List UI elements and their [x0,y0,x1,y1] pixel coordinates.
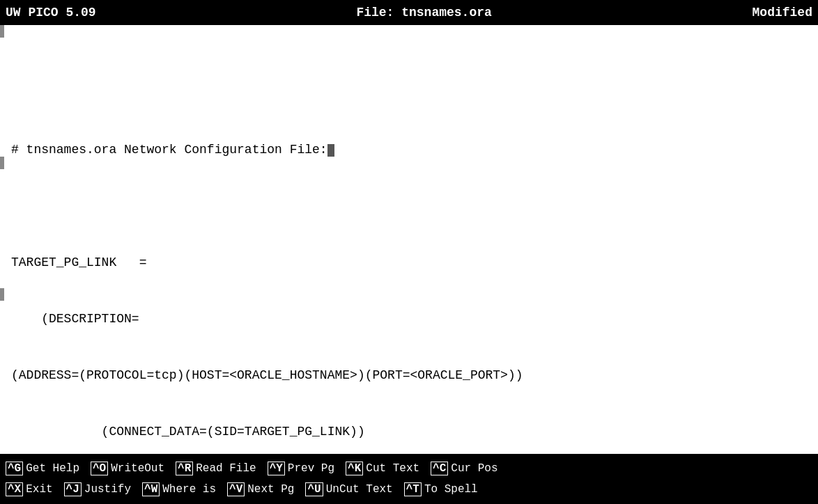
key-get-help: ^G [6,462,23,475]
title-status: Modified [753,6,812,19]
key-cut-text: ^K [346,462,363,475]
editor-line-2 [11,197,812,216]
key-justify: ^J [64,482,82,496]
cmd-prev-pg[interactable]: ^Y Prev Pg [268,462,334,475]
label-read-file: Read File [196,462,256,475]
bottom-bar: ^G Get Help ^O WriteOut ^R Read File ^Y … [0,454,818,504]
label-exit: Exit [26,483,52,496]
title-app-name: UW PICO 5.09 [6,6,96,19]
key-writeout: ^O [91,462,108,475]
key-cur-pos: ^C [431,462,448,475]
cmd-row-2: ^X Exit ^J Justify ^W Where is ^V Next P… [0,482,818,496]
label-writeout: WriteOut [111,462,164,475]
cmd-cur-pos[interactable]: ^C Cur Pos [431,462,497,475]
cmd-get-help[interactable]: ^G Get Help [6,462,79,475]
key-uncut-text: ^U [305,482,323,496]
cmd-justify[interactable]: ^J Justify [64,482,131,496]
editor-content[interactable]: # tnsnames.ora Network Configuration Fil… [6,103,812,454]
editor-line-6: (CONNECT_DATA=(SID=TARGET_PG_LINK)) [11,423,812,441]
cmd-uncut-text[interactable]: ^U UnCut Text [305,482,392,496]
label-next-pg: Next Pg [247,483,294,496]
editor-line-3: TARGET_PG_LINK = [11,253,812,272]
key-exit: ^X [6,482,23,496]
editor-line-5: (ADDRESS=(PROTOCOL=tcp)(HOST=<ORACLE_HOS… [11,366,812,385]
editor-area[interactable]: # tnsnames.ora Network Configuration Fil… [0,25,818,454]
cmd-cut-text[interactable]: ^K Cut Text [346,462,419,475]
cmd-next-pg[interactable]: ^V Next Pg [227,482,294,496]
cmd-exit[interactable]: ^X Exit [6,482,53,496]
cmd-row-1: ^G Get Help ^O WriteOut ^R Read File ^Y … [0,462,818,475]
editor-line-4: (DESCRIPTION= [11,310,812,329]
label-get-help: Get Help [26,462,79,475]
label-justify: Justify [84,483,131,496]
label-where-is: Where is [162,483,216,496]
title-filename: File: tnsnames.ora [356,6,491,19]
key-next-pg: ^V [227,482,245,496]
cmd-to-spell[interactable]: ^T To Spell [404,482,478,496]
editor-line-1: # tnsnames.ora Network Configuration Fil… [11,141,812,159]
cmd-read-file[interactable]: ^R Read File [176,462,256,475]
key-where-is: ^W [142,482,160,496]
app: UW PICO 5.09 File: tnsnames.ora Modified… [0,0,818,504]
label-to-spell: To Spell [424,483,478,496]
label-cur-pos: Cur Pos [451,462,497,475]
label-prev-pg: Prev Pg [288,462,334,475]
key-read-file: ^R [176,462,193,475]
cmd-writeout[interactable]: ^O WriteOut [91,462,164,475]
label-uncut-text: UnCut Text [326,483,393,496]
key-to-spell: ^T [404,482,422,496]
label-cut-text: Cut Text [366,462,419,475]
title-bar: UW PICO 5.09 File: tnsnames.ora Modified [0,0,818,25]
key-prev-pg: ^Y [268,462,285,475]
cmd-where-is[interactable]: ^W Where is [142,482,216,496]
